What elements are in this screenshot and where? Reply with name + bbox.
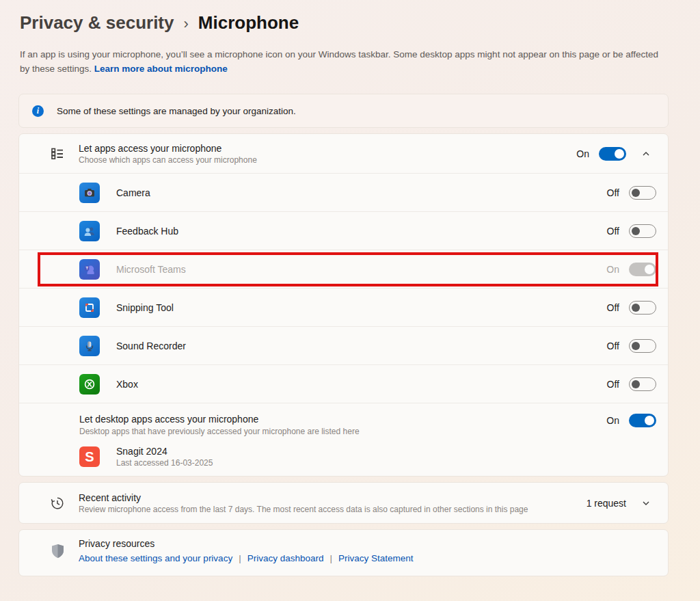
link-separator: | [239, 553, 241, 563]
intro-text: If an app is using your microphone, you’… [18, 47, 669, 76]
xbox-app-icon [79, 374, 100, 395]
privacy-resources-card: Privacy resources About these settings a… [18, 529, 669, 576]
app-name: Feedback Hub [116, 226, 178, 237]
toggle-state-label: On [606, 415, 619, 426]
xbox-toggle[interactable] [629, 377, 656, 391]
app-name: Xbox [116, 379, 138, 390]
toggle-state-label: Off [607, 302, 619, 313]
desktop-apps-section: Let desktop apps access your microphone … [19, 403, 668, 476]
section-title: Let apps access your microphone [79, 143, 257, 154]
section-subtitle: Choose which apps can access your microp… [79, 155, 257, 165]
privacy-resources-title: Privacy resources [79, 538, 414, 549]
recent-activity-title: Recent activity [79, 492, 528, 503]
toggle-knob [632, 304, 640, 312]
snagit-app-icon: S [79, 446, 100, 467]
camera-toggle[interactable] [629, 186, 656, 200]
chevron-down-icon[interactable] [636, 493, 656, 513]
breadcrumb-chevron-icon: › [183, 14, 188, 33]
desktop-app-row-snagit: S Snagit 2024 Last accessed 16-03-2025 [79, 446, 656, 468]
shield-icon [50, 544, 65, 559]
info-icon: i [32, 105, 44, 117]
snipping-tool-toggle[interactable] [629, 301, 656, 315]
feedback-hub-toggle[interactable] [629, 224, 656, 238]
toggle-knob [632, 380, 640, 388]
apps-list-icon [50, 146, 65, 161]
toggle-knob [645, 416, 654, 425]
toggle-knob [615, 149, 624, 159]
apps-access-toggle[interactable] [599, 147, 626, 161]
privacy-dashboard-link[interactable]: Privacy dashboard [247, 553, 324, 563]
app-name: Snagit 2024 [116, 446, 213, 457]
microphone-settings-page: Privacy & security › Microphone If an ap… [0, 0, 700, 576]
app-row-feedback-hub: Feedback Hub Off [19, 211, 668, 250]
let-apps-access-row[interactable]: Let apps access your microphone Choose w… [19, 134, 668, 173]
history-icon [50, 496, 65, 511]
svg-text:T: T [85, 266, 88, 270]
microsoft-teams-app-icon: T [79, 259, 100, 280]
app-row-snipping-tool: Snipping Tool Off [19, 288, 668, 326]
managed-banner-text: Some of these settings are managed by yo… [57, 106, 296, 116]
desktop-section-title: Let desktop apps access your microphone [79, 414, 360, 425]
desktop-apps-toggle[interactable] [629, 414, 656, 427]
privacy-statement-link[interactable]: Privacy Statement [338, 553, 414, 563]
app-name: Microsoft Teams [116, 264, 186, 275]
toggle-state-label: Off [607, 187, 619, 198]
managed-banner: i Some of these settings are managed by … [18, 94, 669, 128]
chevron-up-icon[interactable] [636, 144, 656, 164]
toggle-state-label: Off [607, 340, 619, 351]
snipping-tool-app-icon [79, 297, 100, 318]
toggle-state-label: On [606, 264, 619, 275]
desktop-section-subtitle: Desktop apps that have previously access… [79, 427, 360, 436]
app-row-microsoft-teams: T Microsoft Teams On [19, 250, 668, 288]
link-separator: | [329, 553, 332, 563]
app-row-camera: Camera Off [19, 173, 668, 211]
sound-recorder-toggle[interactable] [629, 339, 656, 353]
camera-app-icon [79, 183, 100, 203]
privacy-resources-links: About these settings and your privacy | … [79, 553, 414, 563]
app-name: Camera [116, 187, 150, 198]
toggle-knob [632, 227, 640, 235]
about-settings-link[interactable]: About these settings and your privacy [79, 553, 232, 563]
recent-activity-subtitle: Review microphone access from the last 7… [79, 505, 528, 514]
app-name: Snipping Tool [116, 302, 174, 313]
recent-activity-row[interactable]: Recent activity Review microphone access… [18, 482, 669, 524]
request-count: 1 request [587, 498, 626, 509]
toggle-state-label: Off [607, 226, 619, 237]
app-row-sound-recorder: Sound Recorder Off [19, 326, 668, 364]
app-row-xbox: Xbox Off [19, 364, 668, 403]
mic-access-expander: Let apps access your microphone Choose w… [18, 133, 669, 477]
microsoft-teams-toggle [629, 263, 656, 276]
last-accessed-text: Last accessed 16-03-2025 [116, 458, 213, 468]
breadcrumb: Privacy & security › Microphone [18, 12, 669, 34]
toggle-state-label: Off [607, 379, 619, 390]
app-name: Sound Recorder [116, 340, 186, 351]
breadcrumb-privacy-security[interactable]: Privacy & security [20, 12, 174, 34]
page-title: Microphone [198, 12, 299, 34]
sound-recorder-app-icon [79, 336, 100, 356]
toggle-state-label: On [576, 148, 589, 159]
toggle-knob [645, 265, 654, 274]
toggle-knob [632, 189, 640, 197]
toggle-knob [632, 342, 640, 350]
learn-more-link[interactable]: Learn more about microphone [94, 64, 228, 74]
feedback-hub-app-icon [79, 221, 100, 241]
